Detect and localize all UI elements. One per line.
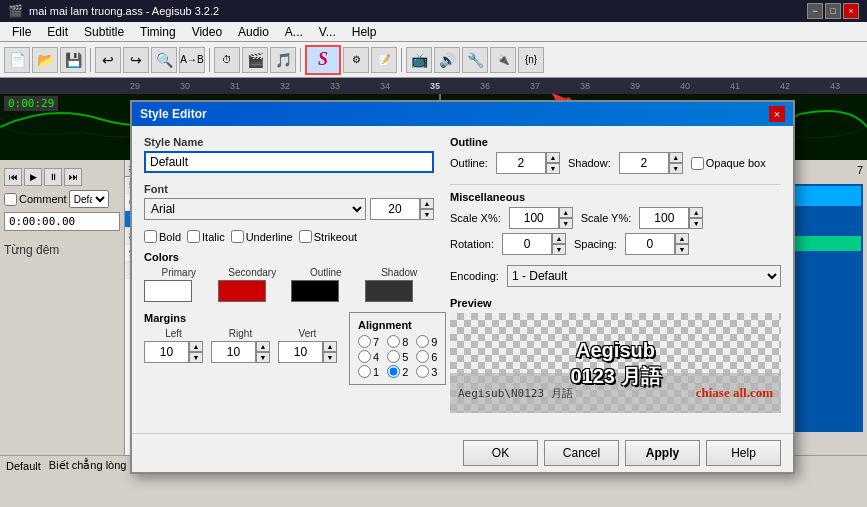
menu-file[interactable]: File: [4, 22, 39, 41]
bold-checkbox[interactable]: [144, 230, 157, 243]
play-button[interactable]: ▶: [24, 168, 42, 186]
tb-open[interactable]: 📂: [32, 47, 58, 73]
tb-replace[interactable]: A→B: [179, 47, 205, 73]
outline-input[interactable]: [496, 152, 546, 174]
margin-vert-up[interactable]: ▲: [323, 341, 337, 352]
margin-left-down[interactable]: ▼: [189, 352, 203, 363]
stop-button[interactable]: ⏸: [44, 168, 62, 186]
apply-button[interactable]: Apply: [625, 440, 700, 466]
menu-edit[interactable]: Edit: [39, 22, 76, 41]
align-5[interactable]: 5: [387, 350, 408, 363]
opaque-box-label[interactable]: Opaque box: [691, 157, 766, 170]
margins-label: Margins: [144, 312, 337, 324]
scale-x-input[interactable]: [509, 207, 559, 229]
tb-audio[interactable]: 🎵: [270, 47, 296, 73]
prev-button[interactable]: ⏮: [4, 168, 22, 186]
margin-right-down[interactable]: ▼: [256, 352, 270, 363]
tb-dummy-audio[interactable]: 🔊: [434, 47, 460, 73]
opaque-box-checkbox[interactable]: [691, 157, 704, 170]
scale-x-down[interactable]: ▼: [559, 218, 573, 229]
align-9[interactable]: 9: [416, 335, 437, 348]
encoding-select[interactable]: 1 - Default: [507, 265, 781, 287]
menu-video[interactable]: Video: [184, 22, 230, 41]
align-4[interactable]: 4: [358, 350, 379, 363]
spacing-down[interactable]: ▼: [675, 244, 689, 255]
dialog-close-button[interactable]: ×: [769, 106, 785, 122]
tb-style-manager[interactable]: S: [305, 45, 341, 75]
menu-timing[interactable]: Timing: [132, 22, 184, 41]
tb-save[interactable]: 💾: [60, 47, 86, 73]
align-3[interactable]: 3: [416, 365, 437, 378]
align-2[interactable]: 2: [387, 365, 408, 378]
font-size-input[interactable]: [370, 198, 420, 220]
tb-shift[interactable]: ⏱: [214, 47, 240, 73]
tb-plugins[interactable]: 🔌: [490, 47, 516, 73]
shadow-input[interactable]: [619, 152, 669, 174]
help-button[interactable]: Help: [706, 440, 781, 466]
next-button[interactable]: ⏭: [64, 168, 82, 186]
tb-redo[interactable]: ↪: [123, 47, 149, 73]
menu-help[interactable]: Help: [344, 22, 385, 41]
tb-properties[interactable]: ⚙: [343, 47, 369, 73]
align-7[interactable]: 7: [358, 335, 379, 348]
margin-vert-input[interactable]: [278, 341, 323, 363]
tb-config[interactable]: 🔧: [462, 47, 488, 73]
margin-right-up[interactable]: ▲: [256, 341, 270, 352]
italic-checkbox[interactable]: [187, 230, 200, 243]
scale-y-down[interactable]: ▼: [689, 218, 703, 229]
strikeout-label[interactable]: Strikeout: [299, 230, 357, 243]
style-select[interactable]: Defau: [69, 190, 109, 208]
shadow-color-swatch[interactable]: [365, 280, 413, 302]
italic-label[interactable]: Italic: [187, 230, 225, 243]
tb-find[interactable]: 🔍: [151, 47, 177, 73]
close-button[interactable]: ×: [843, 3, 859, 19]
rotation-input[interactable]: [502, 233, 552, 255]
font-size-down[interactable]: ▼: [420, 209, 434, 220]
menu-audio[interactable]: Audio: [230, 22, 277, 41]
shadow-up[interactable]: ▲: [669, 152, 683, 163]
rotation-up[interactable]: ▲: [552, 233, 566, 244]
underline-label[interactable]: Underline: [231, 230, 293, 243]
menu-view[interactable]: V...: [311, 22, 344, 41]
menu-automation[interactable]: A...: [277, 22, 311, 41]
cancel-button[interactable]: Cancel: [544, 440, 619, 466]
shadow-down[interactable]: ▼: [669, 163, 683, 174]
outline-down[interactable]: ▼: [546, 163, 560, 174]
margin-vert-down[interactable]: ▼: [323, 352, 337, 363]
tb-undo[interactable]: ↩: [95, 47, 121, 73]
comment-checkbox[interactable]: [4, 193, 17, 206]
encoding-label: Encoding:: [450, 270, 499, 282]
primary-color-swatch[interactable]: [144, 280, 192, 302]
rotation-down[interactable]: ▼: [552, 244, 566, 255]
menu-subtitle[interactable]: Subtitle: [76, 22, 132, 41]
align-8[interactable]: 8: [387, 335, 408, 348]
align-1[interactable]: 1: [358, 365, 379, 378]
scale-y-input[interactable]: [639, 207, 689, 229]
tb-dummy-video[interactable]: 📺: [406, 47, 432, 73]
margin-left-input[interactable]: [144, 341, 189, 363]
bold-label[interactable]: Bold: [144, 230, 181, 243]
minimize-button[interactable]: −: [807, 3, 823, 19]
tb-scripts[interactable]: 📝: [371, 47, 397, 73]
font-size-up[interactable]: ▲: [420, 198, 434, 209]
scale-y-group: ▲ ▼: [639, 207, 703, 229]
style-name-input[interactable]: [144, 151, 434, 173]
scale-x-up[interactable]: ▲: [559, 207, 573, 218]
underline-checkbox[interactable]: [231, 230, 244, 243]
outline-up[interactable]: ▲: [546, 152, 560, 163]
secondary-color-swatch[interactable]: [218, 280, 266, 302]
spacing-input[interactable]: [625, 233, 675, 255]
tb-video[interactable]: 🎬: [242, 47, 268, 73]
margin-right-input[interactable]: [211, 341, 256, 363]
tb-hotkeys[interactable]: {n}: [518, 47, 544, 73]
ok-button[interactable]: OK: [463, 440, 538, 466]
scale-y-up[interactable]: ▲: [689, 207, 703, 218]
spacing-up[interactable]: ▲: [675, 233, 689, 244]
margin-left-up[interactable]: ▲: [189, 341, 203, 352]
align-6[interactable]: 6: [416, 350, 437, 363]
font-select[interactable]: Arial: [144, 198, 366, 220]
strikeout-checkbox[interactable]: [299, 230, 312, 243]
tb-new[interactable]: 📄: [4, 47, 30, 73]
maximize-button[interactable]: □: [825, 3, 841, 19]
outline-color-swatch[interactable]: [291, 280, 339, 302]
